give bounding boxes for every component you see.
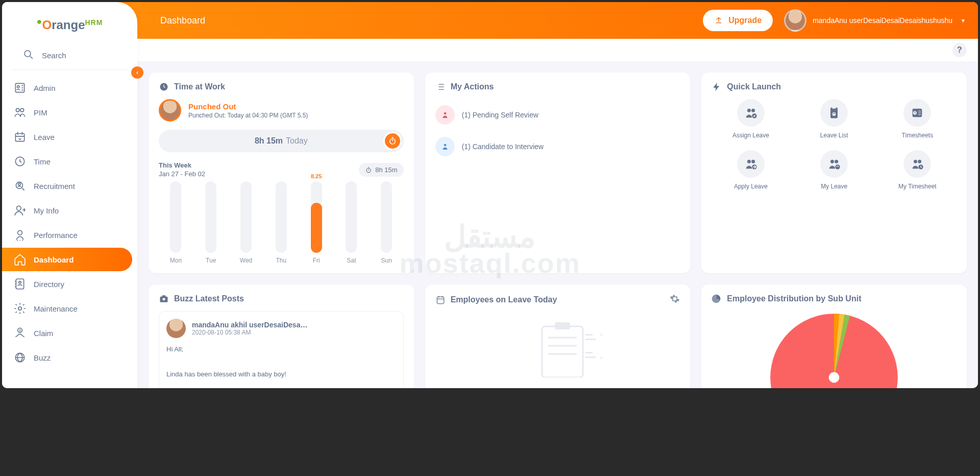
empty-illustration: ✕ ✕: [435, 316, 680, 377]
sidebar: ●OrangeHRM Search ‹ AdminPIMLeaveTimeRec…: [2, 2, 137, 388]
bar-sat: [346, 181, 357, 253]
card-buzz: Buzz Latest Posts mandaAnu akhil userDes…: [149, 284, 414, 388]
svg-point-2: [17, 86, 19, 88]
maintenance-icon: [13, 302, 27, 315]
list-icon: [435, 82, 446, 92]
action-item[interactable]: (1) Pending Self Review: [435, 99, 680, 131]
pim-icon: [13, 106, 27, 119]
sidebar-item-maintenance[interactable]: Maintenance: [2, 297, 132, 320]
myinfo-icon: [13, 204, 27, 217]
bar-thu: [276, 181, 287, 253]
sidebar-item-performance[interactable]: Performance: [2, 223, 132, 247]
stopwatch-button[interactable]: [383, 132, 402, 150]
punch-subtitle: Punched Out: Today at 04:30 PM (GMT 5.5): [188, 112, 308, 119]
settings-button[interactable]: [670, 294, 680, 306]
stopwatch-icon: [365, 166, 372, 174]
svg-point-10: [18, 230, 22, 235]
sidebar-item-dashboard[interactable]: Dashboard: [2, 248, 132, 271]
directory-icon: [13, 277, 27, 291]
user-menu[interactable]: mandaAnu userDesaiDesaiDesaishushushu ▼: [784, 9, 966, 32]
svg-text:✕: ✕: [599, 332, 603, 338]
action-icon: [435, 137, 455, 156]
recruitment-icon: [13, 179, 27, 193]
svg-rect-51: [585, 356, 596, 358]
quick-launch-icon: [820, 99, 848, 127]
card-time-at-work: Time at Work Punched Out Punched Out: To…: [149, 73, 414, 273]
svg-point-33: [830, 160, 834, 163]
avatar: [784, 9, 806, 32]
upgrade-button[interactable]: Upgrade: [703, 10, 773, 31]
svg-rect-26: [832, 107, 836, 109]
sidebar-item-directory[interactable]: Directory: [2, 272, 132, 296]
svg-point-12: [19, 281, 21, 283]
bar-wed: [240, 181, 252, 253]
main-content: ? Time at Work Punched Out Punched Out: …: [137, 39, 978, 388]
quick-launch-leave-list[interactable]: Leave List: [795, 99, 873, 139]
svg-point-55: [829, 372, 840, 383]
svg-point-23: [751, 109, 755, 112]
svg-point-13: [18, 307, 22, 311]
bar-tue: [205, 181, 216, 253]
pie-chart-icon: [712, 294, 722, 304]
svg-point-40: [163, 298, 165, 300]
svg-point-22: [747, 109, 751, 112]
stopwatch-icon: [388, 136, 397, 146]
week-total-pill: 8h 15m: [359, 163, 403, 177]
svg-point-27: [832, 112, 836, 116]
card-employees-on-leave: Employees on Leave Today: [425, 284, 691, 388]
svg-rect-42: [437, 297, 444, 303]
bolt-icon: [712, 82, 722, 92]
help-button[interactable]: ?: [952, 43, 967, 57]
punch-status: Punched Out: [188, 102, 308, 111]
sidebar-item-time[interactable]: Time: [2, 150, 132, 173]
sidebar-item-pim[interactable]: PIM: [2, 101, 132, 124]
quick-launch-icon: [903, 150, 931, 178]
brand-logo: ●OrangeHRM: [2, 2, 137, 43]
svg-point-4: [20, 108, 24, 112]
card-distribution: Employee Distribution by Sub Unit: [701, 284, 967, 388]
svg-rect-49: [585, 339, 596, 340]
card-my-actions: My Actions (1) Pending Self Review(1) Ca…: [425, 73, 691, 273]
action-item[interactable]: (1) Candidate to Interview: [435, 131, 680, 162]
svg-rect-43: [542, 326, 583, 377]
buzz-icon: [13, 351, 27, 364]
sidebar-item-claim[interactable]: $Claim: [2, 321, 132, 345]
svg-point-36: [914, 160, 917, 163]
sidebar-item-admin[interactable]: Admin: [2, 76, 132, 100]
svg-rect-44: [555, 322, 570, 329]
quick-launch-my-timesheet[interactable]: My Timesheet: [878, 150, 957, 190]
svg-rect-41: [162, 295, 166, 297]
quick-launch-my-leave[interactable]: My Leave: [795, 150, 873, 190]
svg-point-31: [751, 160, 755, 163]
sidebar-nav: AdminPIMLeaveTimeRecruitmentMy InfoPerfo…: [2, 73, 137, 369]
upgrade-icon: [714, 15, 723, 26]
admin-icon: [13, 81, 27, 94]
sidebar-search[interactable]: Search: [11, 43, 128, 70]
gear-icon: [670, 294, 680, 304]
card-quick-launch: Quick Launch Assign LeaveLeave ListTimes…: [701, 73, 967, 273]
sidebar-item-recruitment[interactable]: Recruitment: [2, 174, 132, 198]
sidebar-item-my-info[interactable]: My Info: [2, 199, 132, 222]
svg-rect-11: [16, 279, 23, 289]
svg-point-3: [16, 108, 19, 112]
dashboard-icon: [13, 253, 27, 266]
search-icon: [22, 49, 35, 62]
bar-fri: 8.25: [311, 181, 322, 253]
quick-launch-assign-leave[interactable]: Assign Leave: [712, 99, 790, 139]
action-icon: [435, 105, 455, 125]
camera-icon: [159, 294, 169, 304]
quick-launch-icon: [737, 150, 765, 178]
sidebar-item-buzz[interactable]: Buzz: [2, 346, 132, 369]
svg-rect-50: [585, 352, 593, 353]
sidebar-item-leave[interactable]: Leave: [2, 125, 132, 149]
avatar: [166, 319, 186, 338]
quick-launch-apply-leave[interactable]: Apply Leave: [712, 150, 790, 190]
buzz-post[interactable]: mandaAnu akhil userDesaiDesaiDesais... 2…: [159, 311, 404, 388]
page-title: Dashboard: [160, 15, 703, 26]
svg-point-9: [17, 206, 21, 210]
svg-text:✕: ✕: [599, 355, 603, 361]
quick-launch-icon: [820, 150, 848, 178]
claim-icon: $: [13, 326, 27, 340]
collapse-sidebar-button[interactable]: ‹: [131, 66, 143, 79]
quick-launch-timesheets[interactable]: Timesheets: [878, 99, 957, 139]
